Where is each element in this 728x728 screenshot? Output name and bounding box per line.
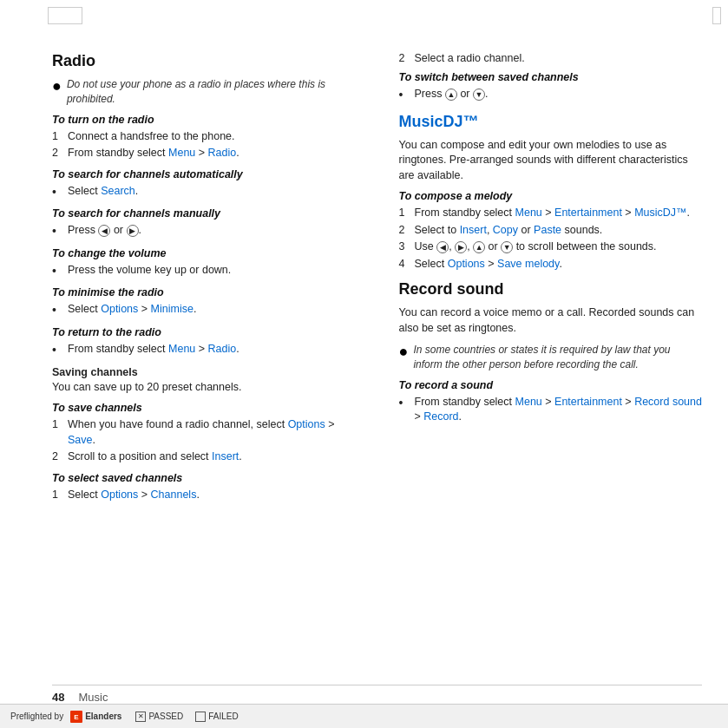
- warning-icon: ●: [52, 77, 62, 96]
- select-channel-text: Select a radio channel.: [415, 52, 525, 64]
- list-item: 1 From standby select Menu > Entertainme…: [399, 206, 703, 221]
- list-item: 1 Select Options > Channels.: [52, 488, 356, 503]
- list-item: 2 Scroll to a position and select Insert…: [52, 449, 356, 465]
- musicdj-description: You can compose and edit your own melodi…: [399, 138, 703, 184]
- failed-label: FAILED: [208, 712, 238, 721]
- record-sound-list: • From standby select Menu > Entertainme…: [399, 395, 703, 425]
- select-channel-row: 2 Select a radio channel.: [399, 52, 703, 64]
- search-auto-title: To search for channels automatically: [52, 168, 356, 180]
- record-sound-description: You can record a voice memo or a call. R…: [399, 305, 703, 336]
- elanders-text: Elanders: [85, 712, 121, 721]
- list-item: • From standby select Menu > Radio.: [52, 342, 356, 359]
- list-item: 1 Connect a handsfree to the phone.: [52, 129, 356, 145]
- record-sound-title: Record sound: [399, 280, 703, 298]
- change-volume-title: To change the volume: [52, 247, 356, 259]
- page-number: 48: [52, 691, 64, 704]
- turn-on-radio-title: To turn on the radio: [52, 114, 356, 126]
- page-section-label: Music: [78, 691, 108, 704]
- save-channels-list: 1 When you have found a radio channel, s…: [52, 417, 356, 465]
- elanders-logo-icon: E: [70, 711, 82, 723]
- return-radio-title: To return to the radio: [52, 326, 356, 338]
- switch-channels-title: To switch between saved channels: [399, 71, 703, 83]
- compose-melody-title: To compose a melody: [399, 190, 703, 202]
- return-radio-list: • From standby select Menu > Radio.: [52, 342, 356, 359]
- select-saved-list: 1 Select Options > Channels.: [52, 488, 356, 503]
- record-warning-icon: ●: [399, 343, 409, 362]
- compose-melody-list: 1 From standby select Menu > Entertainme…: [399, 206, 703, 272]
- change-volume-list: • Press the volume key up or down.: [52, 263, 356, 280]
- save-channels-title: To save channels: [52, 402, 356, 414]
- failed-check: FAILED: [195, 712, 238, 722]
- page-wrapper: Radio ● Do not use your phone as a radio…: [0, 0, 728, 728]
- nav-key-l: ◀: [436, 241, 449, 253]
- list-item: • Select Search.: [52, 184, 356, 201]
- search-manual-title: To search for channels manually: [52, 207, 356, 220]
- radio-title: Radio: [52, 52, 356, 70]
- corner-mark-top-right: [712, 7, 721, 24]
- nav-key-left: ◀: [98, 225, 110, 237]
- saving-channels-title: Saving channels: [52, 366, 356, 378]
- nav-key-u: ▲: [473, 241, 485, 253]
- list-item: 4 Select Options > Save melody.: [399, 257, 703, 272]
- nav-key-right: ▶: [127, 225, 139, 237]
- list-item: 2 From standby select Menu > Radio.: [52, 146, 356, 161]
- failed-checkbox: [195, 712, 206, 722]
- content-area: Radio ● Do not use your phone as a radio…: [52, 52, 702, 676]
- nav-key-down: ▼: [473, 89, 485, 101]
- musicdj-title: MusicDJ™: [399, 113, 703, 131]
- right-column: 2 Select a radio channel. To switch betw…: [390, 52, 703, 676]
- list-item: 2 Select to Insert, Copy or Paste sounds…: [399, 223, 703, 239]
- passed-checkbox: ✕: [135, 712, 146, 722]
- step-2-num: 2: [399, 52, 411, 64]
- passed-check: ✕ PASSED: [135, 712, 183, 722]
- record-warning-note: ● In some countries or states it is requ…: [399, 343, 703, 372]
- search-manual-list: • Press ◀ or ▶.: [52, 223, 356, 240]
- list-item: 1 When you have found a radio channel, s…: [52, 417, 356, 448]
- left-column: Radio ● Do not use your phone as a radio…: [52, 52, 364, 676]
- minimise-title: To minimise the radio: [52, 286, 356, 298]
- select-saved-title: To select saved channels: [52, 472, 356, 484]
- preflight-logo: E Elanders: [70, 711, 121, 723]
- list-item: • Press ▲ or ▼.: [399, 87, 703, 104]
- switch-channels-list: • Press ▲ or ▼.: [399, 87, 703, 104]
- preflight-label: Preflighted by: [10, 712, 63, 721]
- svg-text:E: E: [74, 713, 79, 721]
- list-item: • Select Options > Minimise.: [52, 302, 356, 319]
- page-footer: 48 Music: [52, 685, 702, 704]
- radio-warning-text: Do not use your phone as a radio in plac…: [67, 77, 356, 107]
- list-item: • Press ◀ or ▶.: [52, 223, 356, 240]
- nav-key-r: ▶: [455, 241, 467, 253]
- turn-on-radio-list: 1 Connect a handsfree to the phone. 2 Fr…: [52, 129, 356, 161]
- preflight-bar: Preflighted by E Elanders ✕ PASSED FAILE…: [0, 704, 728, 728]
- saving-channels-desc: You can save up to 20 preset channels.: [52, 380, 356, 396]
- search-auto-list: • Select Search.: [52, 184, 356, 201]
- record-warning-text: In some countries or states it is requir…: [413, 343, 702, 372]
- record-sound-sub-title: To record a sound: [399, 379, 703, 391]
- list-item: • From standby select Menu > Entertainme…: [399, 395, 703, 425]
- list-item: 3 Use ◀, ▶, ▲ or ▼ to scroll between the…: [399, 239, 703, 255]
- list-item: • Press the volume key up or down.: [52, 263, 356, 280]
- passed-label: PASSED: [148, 712, 183, 721]
- nav-key-d: ▼: [501, 241, 513, 253]
- radio-warning-note: ● Do not use your phone as a radio in pl…: [52, 77, 356, 107]
- corner-mark-top-left: [48, 7, 82, 24]
- minimise-list: • Select Options > Minimise.: [52, 302, 356, 319]
- nav-key-up: ▲: [445, 89, 457, 101]
